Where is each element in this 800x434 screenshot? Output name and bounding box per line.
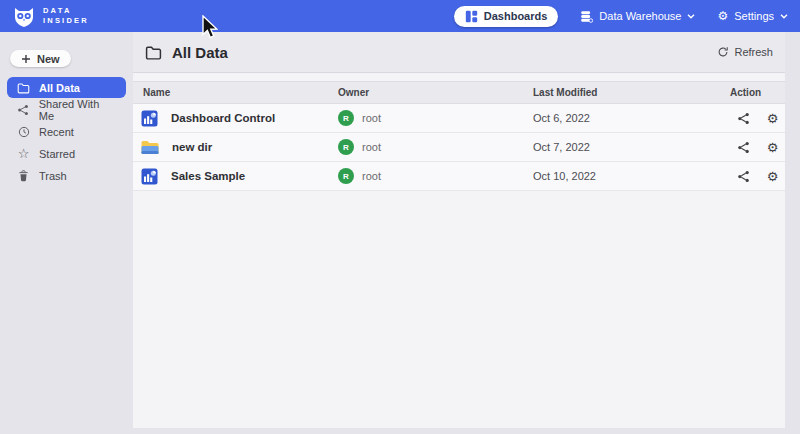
file-name[interactable]: Dashboard Control (171, 112, 275, 124)
topbar-menu-group: Dashboards Data Warehouse ⚙ (454, 6, 788, 27)
gear-icon[interactable]: ⚙ (765, 111, 780, 126)
owner-avatar: R (338, 168, 354, 184)
settings-menu[interactable]: ⚙ Settings (717, 10, 788, 22)
file-name[interactable]: new dir (172, 141, 212, 153)
chevron-down-icon (780, 14, 788, 19)
column-header-action: Action (730, 87, 785, 98)
owner-name: root (362, 141, 381, 153)
brand-line1: DATA (43, 6, 89, 16)
data-warehouse-label: Data Warehouse (599, 10, 681, 22)
clock-icon (17, 126, 30, 138)
owner-avatar: R (338, 110, 354, 126)
last-modified: Oct 10, 2022 (533, 170, 730, 182)
dashboards-button-label: Dashboards (484, 10, 548, 22)
mouse-cursor (201, 15, 218, 44)
sidebar-item-label: Starred (39, 148, 75, 160)
folder-icon (145, 45, 162, 60)
app-window: DATA INSIDER Dashboards (0, 0, 800, 434)
gear-icon: ⚙ (717, 10, 728, 22)
folder-file-icon (141, 140, 159, 155)
new-button[interactable]: New (10, 50, 71, 67)
gear-icon[interactable]: ⚙ (765, 169, 780, 184)
sidebar: New All Data Shared With Me (0, 32, 133, 434)
page-header: All Data Refresh (133, 32, 785, 73)
table-row[interactable]: Sales Sample R root Oct 10, 2022 ⚙ (133, 162, 785, 191)
star-icon: ☆ (17, 147, 30, 160)
sidebar-item-all-data[interactable]: All Data (7, 77, 126, 98)
brand-name: DATA INSIDER (43, 6, 89, 26)
column-header-owner[interactable]: Owner (338, 87, 533, 98)
sidebar-item-shared-with-me[interactable]: Shared With Me (7, 99, 126, 120)
sidebar-nav: All Data Shared With Me (0, 76, 133, 187)
plus-icon (21, 54, 31, 64)
last-modified: Oct 6, 2022 (533, 112, 730, 124)
column-header-last-modified[interactable]: Last Modified (533, 87, 730, 98)
page-title: All Data (172, 44, 228, 61)
dashboard-grid-icon (465, 10, 478, 23)
chevron-down-icon (687, 14, 695, 19)
page-title-group: All Data (145, 44, 228, 61)
trash-icon (17, 170, 30, 182)
sidebar-item-starred[interactable]: ☆ Starred (7, 143, 126, 164)
table-row[interactable]: new dir R root Oct 7, 2022 ⚙ (133, 133, 785, 162)
owl-logo-icon (12, 4, 36, 28)
brand-line2: INSIDER (43, 16, 89, 26)
sidebar-item-label: Recent (39, 126, 74, 138)
share-icon[interactable] (736, 140, 751, 155)
brand-logo-group[interactable]: DATA INSIDER (12, 4, 89, 28)
share-icon (17, 104, 30, 116)
database-icon (580, 10, 593, 23)
sidebar-item-label: All Data (39, 82, 80, 94)
share-icon[interactable] (736, 111, 751, 126)
sidebar-item-label: Shared With Me (39, 98, 116, 122)
refresh-button[interactable]: Refresh (717, 46, 773, 58)
dashboards-button[interactable]: Dashboards (454, 6, 559, 27)
refresh-label: Refresh (734, 46, 773, 58)
sidebar-item-recent[interactable]: Recent (7, 121, 126, 142)
file-name[interactable]: Sales Sample (171, 170, 245, 182)
owner-avatar: R (338, 139, 354, 155)
share-icon[interactable] (736, 169, 751, 184)
refresh-icon (717, 46, 729, 58)
last-modified: Oct 7, 2022 (533, 141, 730, 153)
table-header-row: Name Owner Last Modified Action (133, 81, 785, 104)
main-content: All Data Refresh Name Owner Last Modifie… (133, 32, 785, 428)
owner-name: root (362, 112, 381, 124)
dashboard-file-icon (141, 110, 158, 127)
sidebar-item-label: Trash (39, 170, 67, 182)
table-row[interactable]: Dashboard Control R root Oct 6, 2022 ⚙ (133, 104, 785, 133)
data-warehouse-menu[interactable]: Data Warehouse (580, 10, 695, 23)
dashboard-file-icon (141, 168, 158, 185)
settings-label: Settings (734, 10, 774, 22)
folder-icon (17, 82, 30, 94)
new-button-label: New (37, 53, 60, 65)
column-header-name[interactable]: Name (133, 87, 338, 98)
top-navigation-bar: DATA INSIDER Dashboards (0, 0, 800, 32)
data-table: Name Owner Last Modified Action (133, 81, 785, 191)
owner-name: root (362, 170, 381, 182)
gear-icon[interactable]: ⚙ (765, 140, 780, 155)
sidebar-item-trash[interactable]: Trash (7, 165, 126, 186)
